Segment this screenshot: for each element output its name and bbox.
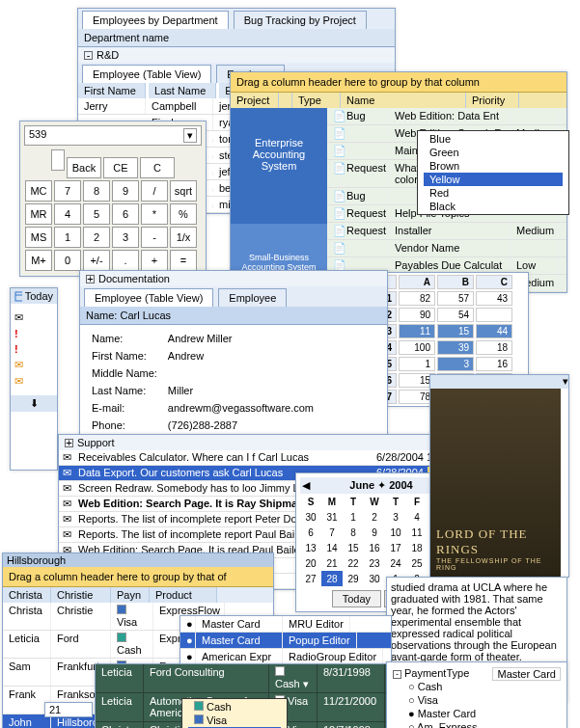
calc-btn[interactable]: 2 xyxy=(83,227,110,248)
movie-close-icon[interactable]: ▾ xyxy=(430,375,568,389)
cal-day[interactable]: 7 xyxy=(321,525,343,540)
grid-cell[interactable]: 3 xyxy=(437,357,474,371)
calc-btn[interactable]: 1/x xyxy=(170,227,197,248)
mail-icon-2[interactable]: ✉ xyxy=(14,359,53,371)
bug-row[interactable]: 📄Vendor Name xyxy=(327,240,566,257)
color-option[interactable]: Red xyxy=(424,186,563,200)
color-option[interactable]: Yellow xyxy=(424,173,563,186)
cal-day[interactable]: 17 xyxy=(385,540,406,555)
cal-month[interactable]: June xyxy=(349,479,374,491)
grid-cell[interactable]: 15 xyxy=(437,324,474,338)
calc-btn-Back[interactable]: Back xyxy=(67,157,101,178)
cal-prev-icon[interactable]: ◀ xyxy=(302,479,310,492)
col-project[interactable]: Project xyxy=(231,93,279,108)
calc-btn[interactable]: / xyxy=(141,180,168,202)
cal-day[interactable]: 4 xyxy=(406,509,428,525)
emp-tab-table[interactable]: Employee (Table View) xyxy=(82,65,211,83)
calc-btn[interactable]: . xyxy=(112,250,139,271)
calc-btn[interactable]: sqrt xyxy=(170,180,197,202)
cal-day[interactable]: 30 xyxy=(300,509,321,525)
cardmenu-item[interactable]: Cash xyxy=(188,700,281,714)
grid-cell[interactable]: 43 xyxy=(476,291,512,306)
col-flag[interactable] xyxy=(279,93,292,108)
grid-col[interactable]: B xyxy=(437,275,474,289)
emp-tab-2a[interactable]: Employee (Table View) xyxy=(84,288,213,307)
editor-row[interactable]: ●Master CardMRU Editor xyxy=(180,616,391,633)
gcol-4[interactable]: Product xyxy=(150,587,217,603)
bug-row[interactable]: 📄RequestInstallerMedium xyxy=(327,223,566,240)
grid-cell[interactable]: 1 xyxy=(399,357,435,371)
col-first[interactable]: First Name xyxy=(78,83,146,98)
color-option[interactable]: Brown xyxy=(424,159,563,173)
cardmenu-item[interactable]: Visa xyxy=(188,714,281,727)
calc-dropdown-icon[interactable]: ▾ xyxy=(183,128,197,143)
grid-cell[interactable]: 82 xyxy=(399,291,435,306)
mid-value[interactable] xyxy=(167,365,315,381)
email-value[interactable]: andrewm@vegassoftware.com xyxy=(167,400,315,416)
cal-day[interactable]: 11 xyxy=(406,525,428,540)
cal-day[interactable]: 31 xyxy=(321,509,343,525)
cal-day[interactable]: 24 xyxy=(385,555,406,571)
expand-icon[interactable]: - xyxy=(84,51,93,60)
cal-day[interactable]: 25 xyxy=(406,555,428,571)
col-bugname[interactable]: Name xyxy=(341,93,466,108)
col-type[interactable]: Type xyxy=(292,93,341,108)
cal-day[interactable]: 3 xyxy=(385,509,406,525)
grid-col[interactable]: A xyxy=(399,275,435,289)
calc-btn[interactable]: MS xyxy=(25,227,52,248)
color-option[interactable]: Blue xyxy=(424,132,563,146)
sidebar-down-icon[interactable]: ⬇ xyxy=(11,395,57,412)
tree-paytype-val[interactable]: Master Card xyxy=(492,667,561,681)
calc-btn[interactable]: MC xyxy=(25,180,52,202)
editor-row[interactable]: ●Master CardPopup Editor xyxy=(180,633,391,649)
tree-amex[interactable]: Am. Express xyxy=(417,721,477,728)
calc-btn[interactable]: = xyxy=(170,250,197,271)
cal-year[interactable]: 2004 xyxy=(389,479,412,491)
tab-bugs[interactable]: Bug Tracking by Project xyxy=(234,11,367,29)
cal-day[interactable]: 13 xyxy=(300,540,321,555)
gcol-3[interactable]: Payn xyxy=(111,587,150,603)
tree-cash[interactable]: Cash xyxy=(418,681,443,692)
mail-icon-3[interactable]: ✉ xyxy=(14,375,53,388)
cal-day[interactable]: 28 xyxy=(321,571,343,586)
tree-visa[interactable]: Visa xyxy=(418,694,438,706)
calc-btn[interactable]: 7 xyxy=(54,180,81,202)
calc-btn[interactable]: 0 xyxy=(54,250,81,271)
calc-btn[interactable]: MR xyxy=(25,203,52,225)
calc-btn[interactable]: +/- xyxy=(83,250,110,271)
grid-cell[interactable]: 18 xyxy=(476,340,512,355)
gcol-1[interactable]: Christa xyxy=(3,587,51,603)
cal-day[interactable]: 6 xyxy=(300,525,321,540)
mail-icon[interactable]: ✉ xyxy=(14,311,53,324)
cal-day[interactable]: 2 xyxy=(364,509,385,525)
col-last[interactable]: Last Name xyxy=(149,83,216,98)
first-value[interactable]: Andrew xyxy=(167,348,315,364)
cal-day[interactable]: 22 xyxy=(343,555,364,571)
color-option[interactable]: Black xyxy=(424,200,563,213)
grid-cell[interactable]: 16 xyxy=(476,357,512,371)
cal-day[interactable]: 27 xyxy=(300,571,321,586)
calc-btn[interactable]: 5 xyxy=(83,203,110,225)
cal-day[interactable]: 30 xyxy=(364,571,385,586)
calc-btn[interactable]: - xyxy=(141,227,168,248)
last-value[interactable]: Miller xyxy=(167,383,315,398)
calc-btn[interactable]: 9 xyxy=(112,180,139,202)
expand-icon[interactable]: + xyxy=(65,439,73,447)
calc-btn[interactable]: 1 xyxy=(54,227,81,248)
grid-cell[interactable]: 44 xyxy=(476,324,512,338)
calc-btn[interactable]: * xyxy=(141,203,168,225)
cal-day[interactable]: 29 xyxy=(343,571,364,586)
name-value[interactable]: Andrew Miller xyxy=(167,331,315,346)
cal-day[interactable]: 10 xyxy=(385,525,406,540)
calc-btn-CE[interactable]: CE xyxy=(103,157,138,178)
grid-col[interactable]: C xyxy=(476,275,512,289)
tree-paytype[interactable]: PaymentType xyxy=(404,667,469,679)
color-dropdown[interactable]: BlueGreenBrownYellowRedBlack xyxy=(417,130,569,215)
tree-collapse-icon[interactable]: - xyxy=(393,670,401,679)
calc-btn[interactable]: 6 xyxy=(112,203,139,225)
cal-day[interactable]: 20 xyxy=(300,555,321,571)
calc-btn[interactable]: 8 xyxy=(83,180,110,202)
alert-icon-1[interactable]: ! xyxy=(14,328,53,339)
grid-cell[interactable]: 54 xyxy=(437,308,474,322)
expand-icon[interactable]: + xyxy=(86,275,95,283)
